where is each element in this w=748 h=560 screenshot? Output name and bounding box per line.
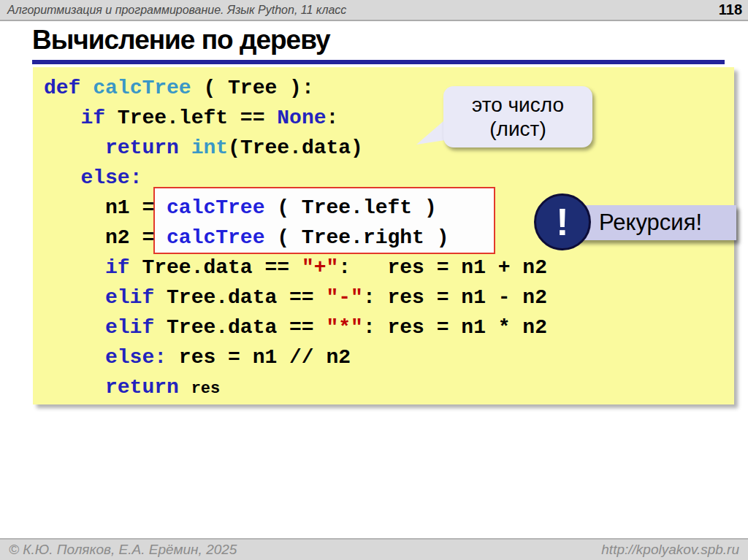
footer-copyright: © К.Ю. Поляков, Е.А. Ерёмин, 2025 [9, 542, 237, 558]
code-segment [44, 137, 105, 159]
code-segment: "*" [326, 316, 362, 339]
code-line: else: res = n1 // n2 [44, 342, 734, 372]
code-segment: elif [105, 316, 154, 339]
code-line: return res [44, 372, 734, 404]
code-segment: calcTree [167, 196, 264, 219]
footer-bar: © К.Ю. Поляков, Е.А. Ерёмин, 2025 http:/… [0, 538, 748, 560]
code-segment: Tree.data == [130, 256, 302, 279]
code-segment: return [105, 137, 179, 159]
code-segment: if [80, 107, 105, 129]
slide-title: Вычисление по дереву [32, 25, 330, 55]
code-segment [44, 346, 105, 369]
code-segment: : res = n1 + n2 [338, 256, 547, 279]
code-segment: Tree.data == [154, 316, 326, 339]
code-segment: n2 = [44, 226, 167, 249]
code-segment [44, 107, 80, 129]
code-segment: : res = n1 - n2 [363, 286, 547, 309]
code-segment: : res = n1 * n2 [363, 316, 547, 339]
page-number: 118 [719, 1, 742, 18]
code-line: elif Tree.data == "-": res = n1 - n2 [44, 283, 734, 312]
code-segment: if [105, 256, 130, 279]
recursion-badge-label: Рекурсия! [599, 210, 702, 236]
code-segment: calcTree [167, 226, 264, 249]
code-segment: int [191, 137, 228, 159]
course-title: Алгоритмизация и программирование. Язык … [7, 4, 346, 17]
code-segment: ( Tree.right ) [264, 226, 449, 249]
code-line: return int(Tree.data) [44, 133, 734, 163]
title-underline [32, 60, 725, 64]
leaf-callout: это число (лист) [443, 86, 592, 147]
code-line: if Tree.data == "+": res = n1 + n2 [44, 253, 734, 283]
code-segment: res [191, 380, 221, 398]
leaf-callout-line2: (лист) [489, 117, 546, 141]
code-segment: def [44, 77, 80, 99]
code-segment: (Tree.data) [228, 137, 363, 159]
code-segment: res = n1 // n2 [167, 346, 351, 369]
code-segment: else: [80, 166, 142, 189]
exclamation-glyph: ! [556, 200, 568, 244]
code-segment [44, 166, 80, 189]
code-segment: ( Tree.left ) [264, 196, 436, 219]
code-segment: else: [105, 346, 167, 369]
code-segment: n1 = [44, 196, 167, 219]
code-segment [44, 316, 105, 339]
code-segment: return [105, 376, 179, 399]
code-segment: Tree.data == [154, 286, 326, 309]
code-segment [44, 256, 105, 279]
code-segment: : [327, 107, 339, 129]
code-segment [80, 77, 93, 99]
code-segment: Tree.left == [105, 107, 277, 129]
code-segment: ( Tree ): [191, 77, 314, 99]
leaf-callout-line1: это число [472, 93, 564, 117]
code-segment: elif [105, 286, 154, 309]
code-segment [44, 286, 105, 309]
code-line: elif Tree.data == "*": res = n1 * n2 [44, 312, 734, 342]
code-line: else: [44, 163, 734, 193]
code-segment: "+" [302, 256, 338, 279]
top-bar: Алгоритмизация и программирование. Язык … [0, 0, 748, 21]
code-line: def calcTree ( Tree ): [44, 73, 734, 103]
exclamation-icon: ! [534, 193, 591, 250]
code-segment [179, 376, 191, 399]
code-line: if Tree.left == None: [44, 103, 734, 133]
code-segment [44, 376, 105, 399]
code-segment: calcTree [93, 77, 191, 99]
code-segment [179, 137, 191, 159]
footer-url: http://kpolyakov.spb.ru [601, 542, 739, 558]
code-segment: "-" [326, 286, 362, 309]
code-segment: None [277, 107, 326, 129]
